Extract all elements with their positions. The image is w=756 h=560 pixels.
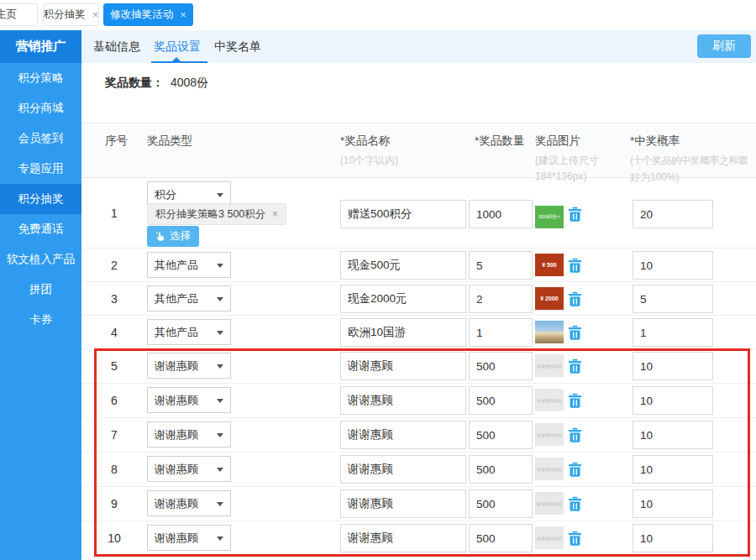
prize-type-dropdown[interactable]: 谢谢惠顾 [147, 353, 231, 379]
sidebar-item[interactable]: 积分商城 [0, 93, 81, 123]
close-icon[interactable]: × [180, 8, 186, 21]
prize-name-input[interactable] [340, 489, 466, 518]
select-button-label: 选择 [170, 229, 191, 243]
prize-probability-input[interactable] [633, 455, 713, 484]
tab-home[interactable]: 主页 [0, 3, 38, 26]
delete-icon[interactable] [568, 291, 583, 306]
prize-probability-input[interactable] [633, 524, 713, 552]
prize-name-input[interactable] [340, 386, 466, 415]
prize-type-dropdown[interactable]: 其他产品 [147, 319, 231, 345]
tab-prize-settings[interactable]: 奖品设置 [154, 30, 201, 63]
prize-name-input[interactable] [340, 352, 466, 380]
chevron-down-icon [217, 193, 223, 197]
prize-type-dropdown[interactable]: 其他产品 [147, 252, 231, 278]
table-row: 1 积分 积分抽奖策略3 500积分 × 选择 500积分> [81, 178, 756, 249]
delete-icon[interactable] [568, 393, 583, 408]
prize-probability-input[interactable] [633, 285, 713, 313]
prize-name-input[interactable] [340, 200, 466, 228]
row-seq: 9 [102, 487, 127, 521]
prize-type-dropdown[interactable]: 谢谢惠顾 [147, 421, 231, 447]
prize-probability-input[interactable] [633, 489, 713, 518]
prize-qty-input[interactable] [469, 421, 533, 449]
sidebar-item[interactable]: 卡券 [0, 305, 81, 335]
prize-type-dropdown[interactable]: 其他产品 [147, 285, 231, 311]
prize-image-thumbnail[interactable]: 谢谢惠顾谢谢 [535, 389, 564, 411]
prize-type-dropdown[interactable]: 谢谢惠顾 [147, 525, 231, 551]
prize-qty-input[interactable] [469, 200, 533, 228]
prize-probability-input[interactable] [633, 421, 713, 449]
tab-edit-lottery-activity[interactable]: 修改抽奖活动 × [103, 3, 193, 26]
sidebar-item[interactable]: 免费通话 [0, 214, 81, 244]
chevron-down-icon [217, 297, 223, 301]
row-seq: 8 [102, 453, 127, 486]
chevron-down-icon [217, 502, 223, 506]
row-seq: 10 [102, 521, 127, 555]
tab-points-lottery[interactable]: 积分抽奖 × [43, 3, 99, 26]
prize-name-input[interactable] [340, 524, 466, 552]
prize-qty-input[interactable] [469, 489, 533, 518]
delete-icon[interactable] [568, 207, 583, 222]
prize-type-dropdown[interactable]: 谢谢惠顾 [147, 387, 231, 413]
prize-image-thumbnail[interactable] [535, 321, 564, 343]
sidebar-item[interactable]: 积分抽奖 [0, 184, 81, 214]
delete-icon[interactable] [568, 258, 583, 273]
refresh-button[interactable]: 刷新 [697, 34, 751, 58]
sidebar-item[interactable]: 软文植入产品 [0, 244, 81, 275]
prize-qty-input[interactable] [469, 285, 533, 313]
header-prob: *中奖概率 [630, 133, 680, 149]
row-seq: 1 [102, 178, 127, 248]
delete-icon[interactable] [568, 427, 583, 442]
prize-name-input[interactable] [340, 318, 466, 347]
table-row: 5 谢谢惠顾 谢谢惠顾谢谢 [81, 349, 756, 384]
delete-icon[interactable] [568, 359, 583, 374]
prize-probability-input[interactable] [633, 352, 713, 380]
prize-probability-input[interactable] [633, 200, 713, 228]
row-seq: 6 [102, 384, 127, 417]
tab-label: 积分抽奖 [44, 8, 86, 22]
prize-name-input[interactable] [340, 421, 466, 449]
tag-remove-icon[interactable]: × [272, 208, 278, 220]
prize-name-input[interactable] [340, 285, 466, 313]
prize-qty-input[interactable] [469, 524, 533, 552]
sidebar-item[interactable]: 积分策略 [0, 63, 81, 93]
table-row: 9 谢谢惠顾 谢谢惠顾谢谢 [81, 487, 756, 521]
delete-icon[interactable] [568, 531, 583, 546]
prize-qty-input[interactable] [469, 352, 533, 380]
sidebar-item[interactable]: 拼团 [0, 275, 81, 305]
delete-icon[interactable] [568, 462, 583, 477]
sidebar-nav: 积分策略积分商城会员签到专题应用积分抽奖免费通话软文植入产品拼团卡券 [0, 63, 81, 335]
prize-image-thumbnail[interactable]: 谢谢惠顾谢谢 [535, 354, 564, 377]
delete-icon[interactable] [568, 325, 583, 340]
prize-image-thumbnail[interactable]: 500积分> [535, 206, 564, 228]
row-seq: 5 [102, 349, 127, 383]
prize-total-summary: 奖品数量：4008份 [105, 76, 208, 91]
select-button[interactable]: 选择 [147, 226, 199, 247]
header-name-hint: (10个字以内) [340, 154, 398, 168]
delete-icon[interactable] [568, 496, 583, 511]
thumbnail-text: 谢谢惠顾谢谢 [537, 398, 562, 403]
prize-probability-input[interactable] [633, 386, 713, 415]
prize-image-thumbnail[interactable]: 谢谢惠顾谢谢 [535, 458, 564, 480]
tab-basic-info[interactable]: 基础信息 [93, 30, 140, 63]
prize-image-thumbnail[interactable]: ¥ 500 [535, 254, 564, 276]
prize-qty-input[interactable] [469, 251, 533, 280]
prize-name-input[interactable] [340, 251, 466, 280]
prize-name-input[interactable] [340, 455, 466, 484]
prize-image-thumbnail[interactable]: 谢谢惠顾谢谢 [535, 526, 564, 549]
prize-image-thumbnail[interactable]: 谢谢惠顾谢谢 [535, 492, 564, 515]
prize-qty-input[interactable] [469, 386, 533, 415]
close-icon[interactable]: × [92, 8, 99, 21]
prize-image-thumbnail[interactable]: 谢谢惠顾谢谢 [535, 423, 564, 446]
thumbnail-text: 谢谢惠顾谢谢 [537, 432, 562, 437]
prize-probability-input[interactable] [633, 251, 713, 280]
prize-qty-input[interactable] [469, 318, 533, 347]
prize-type-dropdown[interactable]: 谢谢惠顾 [147, 456, 231, 482]
prize-type-dropdown[interactable]: 谢谢惠顾 [147, 490, 231, 516]
row-seq: 4 [102, 316, 127, 348]
tab-winner-list[interactable]: 中奖名单 [214, 30, 261, 63]
prize-image-thumbnail[interactable]: ¥ 2000 [535, 287, 564, 310]
prize-probability-input[interactable] [633, 318, 713, 347]
sidebar-item[interactable]: 会员签到 [0, 123, 81, 154]
sidebar-item[interactable]: 专题应用 [0, 154, 81, 184]
prize-qty-input[interactable] [469, 455, 533, 484]
